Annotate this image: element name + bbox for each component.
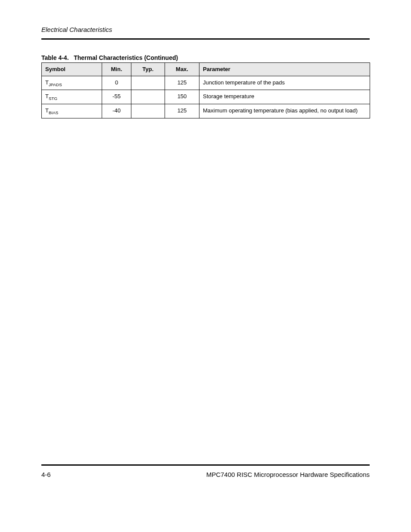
cell-typ: [131, 76, 165, 90]
page-number: 4-6: [41, 471, 51, 478]
cell-param: Junction temperature of the pads: [199, 76, 370, 90]
col-max: Max.: [165, 63, 199, 76]
col-parameter: Parameter: [199, 63, 370, 76]
cell-min: -40: [102, 104, 131, 118]
footer-rule: [41, 464, 370, 466]
characteristics-table: Symbol Min. Typ. Max. Parameter TJPADS 0…: [41, 62, 370, 118]
running-header: Electrical Characteristics: [41, 26, 112, 33]
table-row: TBIAS -40 125 Maximum operating temperat…: [42, 104, 370, 118]
table-row: TJPADS 0 125 Junction temperature of the…: [42, 76, 370, 90]
col-symbol: Symbol: [42, 63, 102, 76]
cell-typ: [131, 90, 165, 104]
cell-typ: [131, 104, 165, 118]
cell-min: -55: [102, 90, 131, 104]
cell-max: 125: [165, 76, 199, 90]
col-typ: Typ.: [131, 63, 165, 76]
header-rule: [41, 38, 370, 40]
cell-symbol: TJPADS: [42, 76, 102, 90]
cell-symbol: TBIAS: [42, 104, 102, 118]
col-min: Min.: [102, 63, 131, 76]
cell-symbol: TSTG: [42, 90, 102, 104]
document-page: Electrical Characteristics Table 4-4. Th…: [0, 0, 411, 532]
table-header-row: Symbol Min. Typ. Max. Parameter: [42, 63, 370, 76]
table-number: Table 4-4.: [41, 54, 69, 61]
cell-max: 125: [165, 104, 199, 118]
footer-doc-id: MPC7400 RISC Microprocessor Hardware Spe…: [206, 471, 370, 478]
cell-param: Storage temperature: [199, 90, 370, 104]
cell-param: Maximum operating temperature (bias appl…: [199, 104, 370, 118]
table-caption: Thermal Characteristics (Continued): [74, 54, 178, 61]
table-title: Table 4-4. Thermal Characteristics (Cont…: [41, 54, 178, 61]
cell-min: 0: [102, 76, 131, 90]
cell-max: 150: [165, 90, 199, 104]
table-row: TSTG -55 150 Storage temperature: [42, 90, 370, 104]
